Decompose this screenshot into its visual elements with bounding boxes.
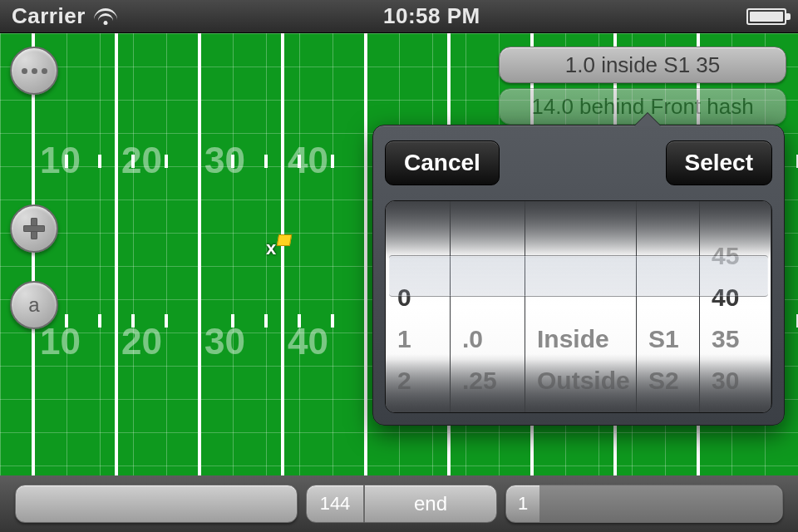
- count-end-segment[interactable]: 144 end: [306, 485, 497, 523]
- carrier-label: Carrier: [12, 3, 86, 29]
- status-bar: Carrier 10:58 PM: [0, 0, 798, 33]
- count-segment[interactable]: 144: [306, 485, 364, 523]
- yard-number: 30: [204, 321, 245, 362]
- coord-picker-popover: Cancel Select 0 1 2 3 .0 .25: [372, 125, 785, 426]
- popover-arrow-icon: [634, 113, 661, 126]
- set-progress[interactable]: 1: [505, 485, 783, 523]
- battery-icon: [746, 8, 786, 25]
- picker-wheel-fraction[interactable]: .0 .25 .5: [451, 201, 525, 412]
- player-marker[interactable]: x: [266, 238, 276, 259]
- yard-number: 20: [121, 140, 162, 181]
- flag-icon: [277, 234, 292, 246]
- horizontal-coord-pill[interactable]: 1.0 inside S1 35: [499, 47, 786, 83]
- yard-number: 10: [40, 140, 81, 181]
- cancel-button[interactable]: Cancel: [385, 140, 500, 185]
- wifi-icon: [94, 8, 117, 25]
- bottom-button-1[interactable]: [15, 485, 298, 523]
- yard-number: 10: [40, 321, 81, 362]
- yard-number: 30: [204, 140, 245, 181]
- label-button-text: a: [28, 293, 39, 317]
- picker-wheel-whole[interactable]: 0 1 2 3: [386, 201, 451, 412]
- bottom-toolbar: 144 end 1: [0, 475, 798, 532]
- set-number: 1: [518, 493, 528, 515]
- picker-wheel-side[interactable]: Inside Outside: [525, 201, 637, 412]
- picker-wheel-half[interactable]: S1 S2: [637, 201, 700, 412]
- picker-wheel-group: 0 1 2 3 .0 .25 .5: [385, 200, 772, 413]
- end-segment[interactable]: end: [364, 485, 497, 523]
- label-button[interactable]: a: [10, 281, 58, 329]
- picker-wheel-yardline[interactable]: 45 40 35 30 25: [700, 201, 771, 412]
- plus-icon: [23, 218, 45, 239]
- add-button[interactable]: [10, 204, 58, 253]
- ellipsis-icon: [22, 68, 47, 74]
- yard-number: 40: [288, 321, 328, 362]
- more-button[interactable]: [10, 47, 58, 95]
- clock-label: 10:58 PM: [383, 3, 480, 29]
- select-button[interactable]: Select: [666, 140, 773, 185]
- yard-number: 20: [121, 321, 162, 362]
- yard-number: 40: [288, 140, 328, 181]
